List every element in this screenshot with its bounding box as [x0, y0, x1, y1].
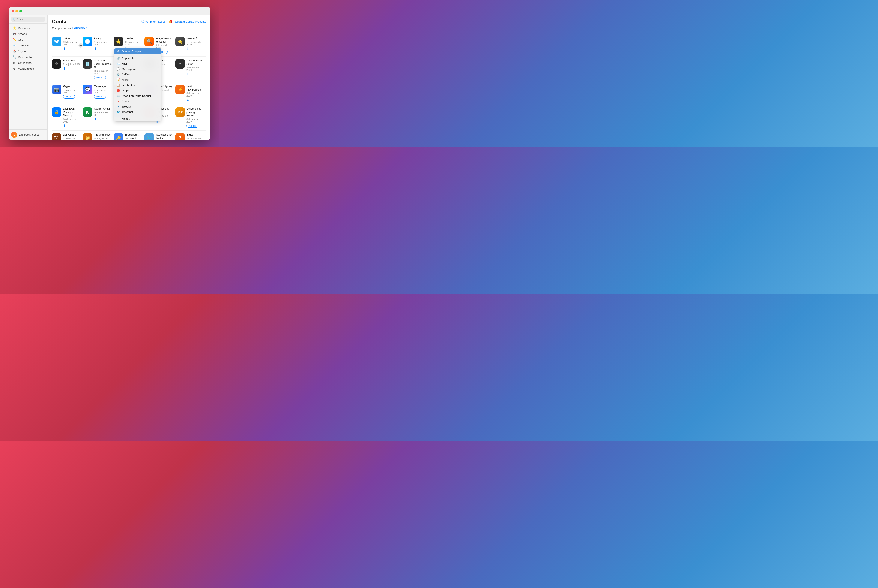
- user-name: Eduardo Marques: [19, 133, 39, 136]
- app-icon-kiwi: K: [83, 107, 92, 117]
- list-item: Aviary 4 de dez. de 2020 ⬇: [83, 34, 114, 56]
- app-name: Reeder 5.: [125, 37, 143, 40]
- tweetbot-icon: 🐦: [117, 110, 120, 114]
- chevron-down-icon: ⌃: [85, 27, 87, 30]
- app-date: 3 de mar. de 2020: [186, 92, 204, 97]
- app-icon-tweetbot3: 🐦: [144, 133, 154, 140]
- sidebar-item-desenvolva[interactable]: 🔧 Desenvolva: [10, 54, 47, 60]
- open-button[interactable]: ABRIR: [94, 94, 106, 99]
- airdrop-item[interactable]: 📡 AirDrop: [114, 72, 161, 77]
- resgatar-cartao-button[interactable]: 🎁 Resgatar Cartão-Presente: [169, 20, 206, 23]
- spark-item[interactable]: ● Spark: [114, 99, 161, 104]
- sidebar-label-atualizacoes: Atualizações: [18, 67, 34, 70]
- lembretes-label: Lembretes: [122, 84, 135, 87]
- hide-icon: 👁: [117, 50, 120, 53]
- app-name: Kiwi for Gmail: [94, 107, 112, 111]
- app-icon-reeder4: ⭐: [175, 37, 185, 46]
- play-icon: 🎲: [12, 50, 16, 53]
- download-button[interactable]: ⬇: [94, 47, 97, 51]
- readlater-item[interactable]: 📖 Read Later with Reeder: [114, 93, 161, 99]
- list-item: ⭐ Reeder 4 13 de ago. de 2020 ⬇: [175, 34, 206, 56]
- sidebar-item-categorias[interactable]: ⊞ Categorias: [10, 60, 47, 66]
- categories-icon: ⊞: [12, 61, 16, 64]
- minimize-button[interactable]: [15, 10, 18, 12]
- filter-user[interactable]: Eduardo: [72, 26, 85, 30]
- sidebar-item-descubra[interactable]: ⭐ Descubra: [10, 25, 47, 31]
- mais-item[interactable]: ⋯ Mais...: [114, 116, 161, 122]
- sidebar-footer: E Eduardo Marques: [9, 129, 47, 140]
- app-action: ⬇: [63, 66, 81, 70]
- app-name: ImageSearch for Safari: [156, 37, 174, 44]
- app-action: ABRIR: [186, 124, 204, 128]
- sidebar-item-trabalhe[interactable]: 📨 Trabalhe: [10, 43, 47, 48]
- resgatar-label: Resgatar Cartão-Presente: [174, 20, 206, 23]
- download-button[interactable]: ⬇: [186, 72, 189, 76]
- spark-label: Spark: [122, 100, 129, 103]
- hide-purchase-item[interactable]: 👁 Ocultar Compra...: [114, 48, 161, 54]
- list-item: 📷 Pages 9 de abr. de 2020 ABRIR: [52, 82, 83, 105]
- sidebar-item-arcade[interactable]: 🎮 Arcade: [10, 31, 47, 37]
- list-item: 📁 The Unarchiver 19 de jun. de 2018 ⬇: [83, 130, 114, 140]
- app-date: 27 de mar. de 2018: [186, 137, 204, 140]
- sidebar-item-atualizacoes[interactable]: ⊕ Atualizações: [10, 66, 47, 71]
- app-icon-deliveries-tracker: TO:: [175, 107, 185, 117]
- app-icon-blacktest: ⚙: [52, 59, 61, 69]
- sidebar-label-desenvolva: Desenvolva: [18, 56, 33, 59]
- app-date: 13 de ago. de 2020: [186, 41, 204, 46]
- app-info: Lockdown Privacy - Desktop 14 de fev. de…: [63, 107, 81, 128]
- app-name: Lockdown Privacy - Desktop: [63, 107, 81, 117]
- sidebar-label-jogue: Jogue: [18, 50, 26, 53]
- sidebar-label-crie: Crie: [18, 38, 23, 41]
- app-icon-deliveries3: TO:: [52, 133, 61, 140]
- open-button[interactable]: ABRIR: [63, 94, 75, 99]
- lembretes-item[interactable]: 📋 Lembretes: [114, 82, 161, 88]
- app-date: 1 de jul. de 2020: [63, 63, 81, 66]
- search-input[interactable]: [11, 17, 45, 22]
- ver-informacoes-button[interactable]: ⓘ Ver Informações: [141, 20, 166, 24]
- info-icon: ⓘ: [141, 20, 144, 24]
- close-button[interactable]: [12, 10, 14, 12]
- app-date: 2 de abr. de 2020: [94, 88, 112, 94]
- app-name: Infuse 7: [186, 133, 204, 136]
- notas-item[interactable]: 📝 Notas: [114, 77, 161, 82]
- app-icon-imagesearch: 🔍: [144, 37, 154, 46]
- app-action: ABRIR: [63, 94, 81, 99]
- download-button[interactable]: ⬇: [186, 47, 189, 51]
- app-icon-infuse7: 7: [175, 133, 185, 140]
- hide-purchase-label: Ocultar Compra...: [122, 50, 144, 53]
- download-button[interactable]: ⬇: [94, 117, 97, 121]
- download-button[interactable]: ⬇: [63, 124, 66, 128]
- link-icon: 🔗: [117, 57, 120, 60]
- list-item: 🔒 Lockdown Privacy - Desktop 14 de fev. …: [52, 105, 83, 130]
- mensagens-item[interactable]: 💬 Mensagens: [114, 66, 161, 72]
- title-bar: [9, 7, 210, 15]
- download-button[interactable]: ⬇: [63, 47, 66, 51]
- open-button[interactable]: ABRIR: [186, 124, 198, 128]
- app-date: 26 de nov. de 2019: [94, 111, 112, 116]
- app-info: Messenger 2 de abr. de 2020 ABRIR: [94, 85, 112, 99]
- fullscreen-button[interactable]: [19, 10, 22, 12]
- app-date: 4 de dez. de 2020: [94, 41, 112, 46]
- sidebar-item-jogue[interactable]: 🎲 Jogue: [10, 48, 47, 54]
- copy-link-item[interactable]: 🔗 Copiar Link: [114, 56, 161, 61]
- app-date: 6 de fev. de 2019: [63, 137, 81, 140]
- droplr-item[interactable]: 🔴 Droplr: [114, 88, 161, 93]
- main-header: Conta ⓘ Ver Informações 🎁 Resgatar Cartã…: [48, 15, 210, 32]
- open-button[interactable]: ABRIR: [94, 76, 106, 80]
- star-icon: ⭐: [12, 26, 16, 30]
- telegram-item[interactable]: ● Telegram: [114, 104, 161, 109]
- header-top: Conta ⓘ Ver Informações 🎁 Resgatar Cartã…: [52, 19, 206, 25]
- app-icon-pages: 📷: [52, 85, 61, 94]
- arcade-icon: 🎮: [12, 32, 16, 36]
- download-button[interactable]: ⬇: [186, 98, 189, 102]
- app-icon-meeter: |||: [83, 59, 92, 69]
- app-date: 16 de out. de 2020: [125, 41, 143, 46]
- telegram-label: Telegram: [122, 105, 133, 108]
- more-options-button[interactable]: •••: [78, 43, 83, 48]
- tweetbot-item[interactable]: 🐦 Tweetbot: [114, 109, 161, 115]
- download-button[interactable]: ⬇: [63, 66, 66, 70]
- reminders-icon: 📋: [117, 84, 120, 87]
- sidebar-item-crie[interactable]: ✏️ Crie: [10, 37, 47, 42]
- app-action: ⬇: [186, 47, 204, 51]
- mail-item[interactable]: ✉️ Mail: [114, 61, 161, 66]
